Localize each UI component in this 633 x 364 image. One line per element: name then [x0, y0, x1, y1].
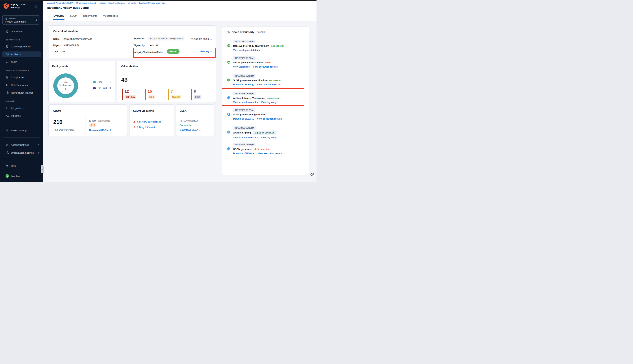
sidebar-item-project-settings[interactable]: Project Settings	[0, 128, 43, 133]
sidebar-item-pipelines[interactable]: Pipelines	[0, 113, 43, 118]
download-icon	[252, 118, 254, 120]
coc-event-sbom-policy-enforcement: 01/16/2025 03:27pm SBOM policy enforceme…	[233, 56, 307, 68]
card-title: SBOM	[53, 109, 61, 112]
sidebar-divider	[3, 138, 40, 138]
sidebar-footer-divider	[0, 158, 43, 159]
view-execution-results-link[interactable]: View execution results	[257, 118, 282, 120]
event-timestamp: 01/16/2025 03:27pm	[233, 56, 256, 60]
download-slsa-link[interactable]: Download SLSA	[233, 83, 254, 86]
severity-low: 9 LOW	[192, 89, 214, 100]
deny-list-violations-link[interactable]: 2 Deny list Violations	[137, 126, 158, 128]
deployments-legend: Prod 1 Pre Prod 0	[93, 80, 111, 93]
sidebar-item-get-started[interactable]: Get Started	[0, 29, 43, 34]
integrations-icon	[6, 106, 9, 110]
download-slsa-link[interactable]: Download SLSA	[233, 118, 254, 120]
breadcrumb-organization[interactable]: Organization: default	[76, 2, 96, 4]
legend-row-preprod: Pre Prod 0	[93, 86, 111, 90]
view-execution-results-link[interactable]: View execution results	[258, 152, 282, 155]
download-sbom-link[interactable]: Download SBOM	[89, 129, 112, 132]
severity-critical: 12 CRITICAL	[122, 89, 145, 100]
prod-count: 1	[110, 81, 111, 83]
preprod-count: 0	[110, 87, 111, 89]
cube-wrench-icon	[6, 91, 9, 94]
severity-breakdown: 12 CRITICAL 15 HIGH 7 MEDIUM	[122, 89, 214, 100]
signature-timestamp: 01/16/2025 03:26pm	[191, 38, 212, 40]
preprod-color-swatch	[93, 87, 96, 89]
sidebar-item-code-repositories[interactable]: Code Repositories	[0, 44, 43, 49]
artifact-name: lavakush07/easy-buggy-app	[64, 38, 92, 40]
sidebar-item-organization-settings[interactable]: Organization Settings	[0, 150, 43, 156]
deny-list-violations-row: 2 Deny list Violations	[133, 126, 158, 128]
breadcrumb-project[interactable]: Project: Product Exploratory	[99, 2, 125, 4]
allow-list-violations-link[interactable]: 637 Allow list Violations	[137, 121, 161, 123]
total-dependencies-label: Total Dependencies	[53, 128, 74, 131]
sidebar-item-integrations[interactable]: Integrations	[0, 105, 43, 111]
info-icon	[37, 152, 40, 154]
cd-module-icon	[227, 44, 230, 47]
signature-value[interactable]: MEQCICde2VjIT...bL+2+mqnOXw==	[148, 37, 184, 40]
page-title: lavakush07/easy-buggy-app	[47, 6, 89, 10]
view-deployment-details-link[interactable]: View deployment details	[233, 49, 263, 52]
card-title: General Information	[53, 30, 78, 32]
sidebar-divider	[3, 123, 40, 123]
view-execution-results-link[interactable]: View execution results	[257, 83, 282, 86]
view-execution-results-link[interactable]: View execution results	[253, 66, 278, 68]
download-slsa-link[interactable]: Download SLSA	[180, 128, 201, 131]
sidebar-item-rule-definitions[interactable]: Rule Definitions	[0, 82, 43, 88]
coc-event-slsa-verification: 01/16/2025 03:27pm SLSA provenance verif…	[233, 74, 307, 86]
card-title: SBOM Violations	[133, 109, 154, 112]
event-title: Deployed to Prod2 environment - successf…	[233, 44, 307, 47]
info-icon	[37, 144, 40, 146]
tab-deployments[interactable]: Deployments	[83, 13, 98, 20]
download-sbom-link[interactable]: Download SBOM	[233, 152, 254, 155]
view-execution-results-link[interactable]: View execution results	[233, 136, 258, 139]
external-link-icon	[261, 49, 263, 51]
event-links: View violations View execution results	[233, 66, 307, 68]
sidebar: Supply Chain Security PROJECT Product Ex…	[0, 0, 43, 182]
slsa-verification-label: SLSA Verification	[180, 120, 198, 122]
signed-by-chip: Signed by Lavakush	[253, 131, 276, 134]
event-links: Download SLSA View execution results	[233, 83, 307, 86]
infinity-icon	[6, 60, 9, 64]
view-violations-link[interactable]: View violations	[233, 66, 250, 68]
module-switcher-grid-icon[interactable]	[34, 5, 38, 8]
tab-sbom[interactable]: SBOM	[70, 13, 78, 20]
event-status: successful	[267, 97, 280, 100]
vulnerabilities-total: 43	[121, 76, 128, 83]
total-deployments-value: 1	[65, 87, 67, 91]
view-log-link[interactable]: View log	[200, 50, 212, 53]
code-repository-icon	[6, 45, 9, 48]
event-links: Download SBOM View execution results	[233, 152, 307, 155]
view-execution-results-link[interactable]: View execution results	[233, 101, 258, 104]
medium-count: 7	[171, 89, 182, 93]
sidebar-item-cicd[interactable]: CI/CD	[0, 59, 43, 65]
breadcrumb-current[interactable]: lavakush07/easy-buggy-app	[139, 2, 166, 4]
sidebar-item-compliance[interactable]: Compliance	[0, 74, 43, 80]
download-icon	[252, 84, 254, 86]
sidebar-item-remediation-tracker[interactable]: Remediation Tracker	[0, 90, 43, 96]
severity-high: 15 HIGH	[145, 89, 168, 100]
help-chat-icon: ?	[6, 164, 9, 167]
sidebar-user[interactable]: L Lavakush	[0, 173, 43, 179]
critical-badge: CRITICAL	[124, 95, 136, 99]
sidebar-collapse-handle[interactable]	[42, 165, 44, 173]
support-chat-icon[interactable]	[310, 172, 315, 176]
sidebar-item-help[interactable]: ? Help	[0, 163, 43, 169]
view-log-entry-link[interactable]: View log entry	[261, 136, 277, 139]
sbom-quality-score-label: SBOM Quality Score	[89, 120, 110, 122]
severity-medium: 7 MEDIUM	[168, 89, 192, 100]
breadcrumb-artifacts[interactable]: Artifacts	[128, 2, 136, 4]
event-count: (7 events)	[256, 30, 266, 33]
project-selector[interactable]: PROJECT Product Exploratory	[2, 16, 40, 24]
card-title: SLSA	[180, 109, 186, 112]
sidebar-item-artifacts[interactable]: Artifacts	[2, 52, 41, 57]
critical-count: 12	[124, 89, 136, 93]
breadcrumb-account[interactable]: Account: Automation-SSCA	[47, 2, 73, 4]
sidebar-item-account-settings[interactable]: Account Settings	[0, 142, 43, 148]
sidebar-section-supply-chain: SUPPLY CHAIN	[6, 39, 21, 41]
coc-event-slsa-generation: 01/16/2025 03:26pm SLSA provenance gener…	[233, 108, 307, 120]
tab-overview[interactable]: Overview	[53, 13, 64, 20]
home-icon	[6, 30, 9, 33]
view-log-entry-link[interactable]: View log entry	[261, 101, 277, 104]
tab-vulnerabilities[interactable]: Vulnerabilities	[103, 13, 118, 20]
